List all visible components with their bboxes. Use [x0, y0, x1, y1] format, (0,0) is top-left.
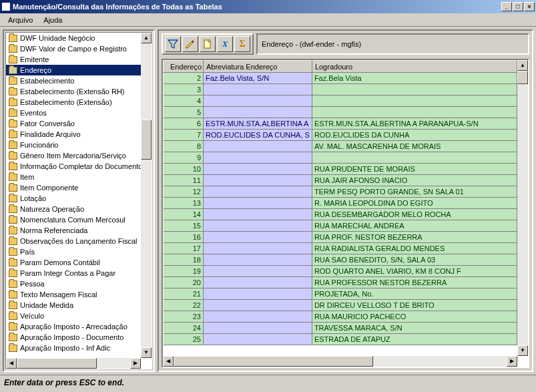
tree-item[interactable]: Finalidade Arquivo	[6, 129, 141, 140]
tree-item[interactable]: Funcionário	[6, 140, 141, 150]
menu-arquivo[interactable]: Arquivo	[3, 15, 38, 25]
table-cell[interactable]: 21	[164, 288, 204, 300]
table-row[interactable]: 9	[164, 152, 517, 164]
tree-item[interactable]: DWF Valor de Campo e Registro	[6, 43, 141, 54]
table-cell[interactable]	[204, 198, 312, 209]
table-cell[interactable]	[204, 323, 312, 334]
table-row[interactable]: 18RUA SAO BENEDITO, S/N, SALA 03	[164, 254, 517, 266]
table-row[interactable]: 19ROD QUARTO ANEL VIARIO, KM 8 CONJ F	[164, 266, 517, 277]
table-cell[interactable]: 18	[164, 254, 204, 266]
edit-button[interactable]	[182, 36, 198, 52]
table-cell[interactable]	[312, 95, 517, 107]
table-cell[interactable]	[204, 254, 312, 266]
table-cell[interactable]: Faz.Bela Vista, S/N	[204, 73, 312, 84]
table-row[interactable]: 23RUA MAURICIO PACHECO	[164, 311, 517, 323]
table-cell[interactable]: TERM PESQ PORTO GRANDE, SN SALA 01	[312, 186, 517, 198]
tree-hscroll[interactable]: ◀ ▶	[6, 358, 141, 369]
table-cell[interactable]	[204, 220, 312, 232]
scroll-left-button[interactable]: ◀	[163, 356, 174, 367]
tree-item[interactable]: Endereço	[6, 65, 141, 75]
tree-item[interactable]: Nomenclatura Comum Mercosul	[6, 214, 141, 225]
table-row[interactable]: 12TERM PESQ PORTO GRANDE, SN SALA 01	[164, 186, 517, 198]
grid-vscroll[interactable]: ▲ ▼	[517, 60, 528, 356]
table-cell[interactable]	[204, 266, 312, 277]
table-row[interactable]: 6ESTR.MUN.STA.ALBERTINA AESTR.MUN.STA.AL…	[164, 118, 517, 130]
table-cell[interactable]: 11	[164, 175, 204, 186]
tree-item[interactable]: Apuração Imposto - Inf Adic	[6, 343, 141, 353]
tree-item[interactable]: Unidade Medida	[6, 300, 141, 311]
scroll-up-button[interactable]: ▲	[141, 33, 152, 43]
table-cell[interactable]	[204, 311, 312, 323]
table-cell[interactable]	[204, 288, 312, 300]
table-cell[interactable]	[204, 334, 312, 345]
close-button[interactable]: ×	[524, 2, 535, 11]
table-cell[interactable]: 23	[164, 311, 204, 323]
table-cell[interactable]	[204, 84, 312, 95]
table-cell[interactable]: 22	[164, 300, 204, 311]
table-cell[interactable]: ROD.EUCLIDES DA CUNHA	[312, 130, 517, 141]
table-cell[interactable]	[204, 164, 312, 175]
table-cell[interactable]: 6	[164, 118, 204, 130]
table-cell[interactable]: 17	[164, 243, 204, 254]
menu-ajuda[interactable]: Ajuda	[38, 15, 67, 25]
col-logradouro[interactable]: Logradouro	[312, 61, 517, 73]
table-cell[interactable]	[204, 141, 312, 152]
tree-item[interactable]: Natureza Operação	[6, 204, 141, 214]
table-cell[interactable]: 13	[164, 198, 204, 209]
table-cell[interactable]	[204, 232, 312, 243]
table-cell[interactable]: 19	[164, 266, 204, 277]
minimize-button[interactable]: _	[501, 2, 512, 11]
table-cell[interactable]: TRAVESSA MARACA, S/N	[312, 323, 517, 334]
table-cell[interactable]: ESTRADA DE ATAPUZ	[312, 334, 517, 345]
maximize-button[interactable]: □	[513, 2, 523, 11]
table-cell[interactable]: 3	[164, 84, 204, 95]
table-cell[interactable]	[204, 243, 312, 254]
table-cell[interactable]	[312, 152, 517, 164]
scroll-left-button[interactable]: ◀	[6, 358, 17, 369]
col-endereco[interactable]: Endereço	[164, 61, 204, 73]
table-cell[interactable]: 14	[164, 209, 204, 220]
table-cell[interactable]: 9	[164, 152, 204, 164]
table-cell[interactable]	[204, 186, 312, 198]
table-cell[interactable]: RUA DESEMBARGADOR MELO ROCHA	[312, 209, 517, 220]
table-cell[interactable]	[204, 300, 312, 311]
table-cell[interactable]: R. MARIA LEOPOLDINA DO EGITO	[312, 198, 517, 209]
table-cell[interactable]: RUA RADIALISTA GERALDO MENDES	[312, 243, 517, 254]
tree-vscroll[interactable]: ▲ ▼	[141, 33, 152, 358]
tree-item[interactable]: Eventos	[6, 108, 141, 118]
table-cell[interactable]	[204, 107, 312, 118]
new-button[interactable]	[200, 36, 216, 52]
filter-button[interactable]	[165, 36, 181, 52]
table-row[interactable]: 16RUA PROF. NESTOR BEZERRA	[164, 232, 517, 243]
tree-item[interactable]: DWF Unidade Negócio	[6, 33, 141, 43]
table-cell[interactable]: 4	[164, 95, 204, 107]
table-cell[interactable]	[312, 107, 517, 118]
tree-item[interactable]: Pessoa	[6, 278, 141, 289]
table-row[interactable]: 11RUA JAIR AFONSO INACIO	[164, 175, 517, 186]
table-cell[interactable]: 12	[164, 186, 204, 198]
table-row[interactable]: 25ESTRADA DE ATAPUZ	[164, 334, 517, 345]
scroll-right-button[interactable]: ▶	[507, 356, 517, 367]
table-row[interactable]: 15RUA MARECHAL ANDREA	[164, 220, 517, 232]
table-cell[interactable]	[204, 175, 312, 186]
table-row[interactable]: 20RUA PROFESSOR NESTOR BEZERRA	[164, 277, 517, 288]
table-row[interactable]: 2Faz.Bela Vista, S/NFaz.Bela Vista	[164, 73, 517, 84]
table-cell[interactable]	[204, 95, 312, 107]
table-row[interactable]: 22DR DIRCEU VELLOSO T DE BRITO	[164, 300, 517, 311]
tree-item[interactable]: Apuração Imposto - Arrecadação	[6, 321, 141, 332]
scroll-thumb[interactable]	[141, 120, 152, 160]
tree-item[interactable]: Emitente	[6, 54, 141, 65]
tree-item[interactable]: Estabelecimento (Extensão RH)	[6, 86, 141, 97]
scroll-right-button[interactable]: ▶	[130, 358, 141, 369]
table-cell[interactable]: ESTR.MUN.STA.ALBERTINA A PARANAPUA-S/N	[312, 118, 517, 130]
tree-item[interactable]: Item Componente	[6, 182, 141, 193]
table-cell[interactable]: 2	[164, 73, 204, 84]
scroll-up-button[interactable]: ▲	[517, 60, 528, 71]
scroll-down-button[interactable]: ▼	[517, 345, 528, 356]
table-cell[interactable]: 20	[164, 277, 204, 288]
table-cell[interactable]: PROJETADA, No.	[312, 288, 517, 300]
table-cell[interactable]	[204, 277, 312, 288]
grid-hscroll[interactable]: ◀ ▶	[163, 356, 517, 367]
table-row[interactable]: 10RUA PRUDENTE DE MORAIS	[164, 164, 517, 175]
table-row[interactable]: 7ROD.EUCLIDES DA CUNHA, SROD.EUCLIDES DA…	[164, 130, 517, 141]
